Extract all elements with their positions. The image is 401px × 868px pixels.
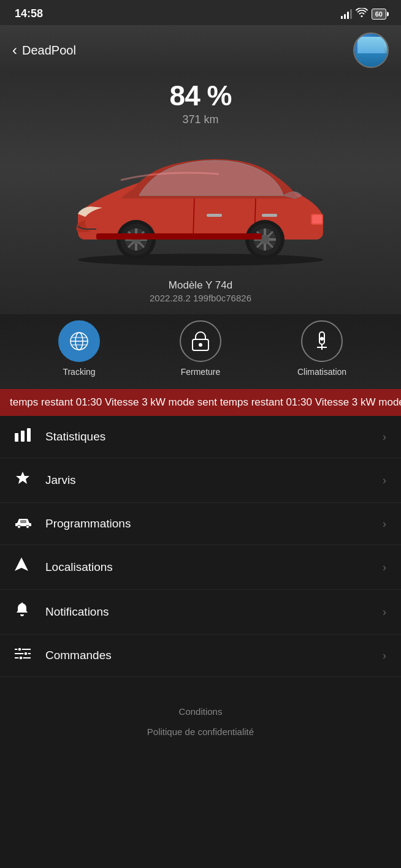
bar-chart-icon [15, 428, 36, 445]
menu-list: Statistiques › Jarvis › Programmations › [0, 416, 401, 689]
footer-links: Conditions Politique de confidentialité [0, 689, 401, 748]
menu-item-notifications[interactable]: Notifications › [0, 590, 401, 635]
action-buttons: Tracking Fermeture [0, 314, 401, 389]
climatisation-icon-circle [301, 320, 343, 362]
tracking-label: Tracking [63, 367, 95, 377]
menu-item-statistiques[interactable]: Statistiques › [0, 416, 401, 458]
car-firmware: 2022.28.2 199fb0c76826 [0, 293, 401, 303]
star-icon [15, 470, 36, 490]
back-chevron-icon: ‹ [12, 42, 17, 59]
avatar[interactable] [353, 32, 389, 68]
jarvis-chevron-icon: › [383, 474, 386, 487]
commandes-chevron-icon: › [383, 649, 386, 662]
svg-rect-4 [262, 214, 277, 217]
status-bar: 14:58 60 [0, 0, 401, 25]
fermeture-button[interactable]: Fermeture [167, 320, 234, 377]
menu-item-programmations[interactable]: Programmations › [0, 503, 401, 545]
car-icon [15, 515, 36, 532]
bell-icon [15, 602, 36, 622]
politique-link[interactable]: Politique de confidentialité [0, 722, 401, 742]
battery-icon: 60 [372, 9, 386, 20]
svg-rect-50 [20, 520, 26, 523]
statistiques-label: Statistiques [45, 430, 383, 443]
svg-point-48 [18, 526, 21, 529]
sliders-icon [15, 647, 36, 664]
car-model: Modèle Y 74d [0, 279, 401, 292]
conditions-link[interactable]: Conditions [0, 701, 401, 722]
back-button[interactable]: ‹ DeadPool [12, 42, 76, 59]
commandes-label: Commandes [45, 649, 383, 662]
header: ‹ DeadPool [0, 25, 401, 73]
charging-ticker-text: temps restant 01:30 Vitesse 3 kW mode se… [10, 396, 401, 409]
menu-item-localisations[interactable]: Localisations › [0, 545, 401, 590]
notifications-label: Notifications [45, 605, 383, 619]
battery-km: 371 km [0, 113, 401, 126]
fermeture-label: Fermeture [181, 367, 221, 377]
programmations-chevron-icon: › [383, 518, 386, 530]
hero-section: 84 % 371 km [0, 73, 401, 389]
svg-rect-45 [27, 428, 31, 442]
battery-percent: 84 % [0, 79, 401, 112]
svg-rect-6 [312, 215, 322, 224]
fermeture-icon-circle [180, 320, 221, 362]
svg-rect-31 [96, 233, 262, 240]
menu-item-commandes[interactable]: Commandes › [0, 635, 401, 677]
jarvis-label: Jarvis [45, 474, 383, 487]
avatar-image [354, 34, 388, 67]
location-icon [15, 557, 36, 577]
wifi-icon [356, 8, 368, 20]
svg-point-54 [18, 647, 21, 651]
status-time: 14:58 [15, 7, 43, 20]
charging-ticker: temps restant 01:30 Vitesse 3 kW mode se… [0, 389, 401, 416]
signal-icon [341, 9, 352, 19]
programmations-label: Programmations [45, 517, 383, 530]
status-icons: 60 [341, 8, 386, 20]
localisations-chevron-icon: › [383, 561, 386, 574]
localisations-label: Localisations [45, 560, 383, 574]
svg-marker-51 [15, 557, 28, 571]
svg-point-49 [26, 526, 29, 529]
car-name: DeadPool [22, 43, 76, 58]
svg-point-52 [21, 603, 23, 605]
svg-point-58 [19, 656, 23, 660]
svg-point-38 [199, 343, 202, 347]
svg-point-42 [320, 337, 324, 341]
car-info: Modèle Y 74d 2022.28.2 199fb0c76826 [0, 272, 401, 314]
svg-point-56 [24, 652, 28, 655]
svg-marker-46 [16, 472, 29, 484]
svg-rect-3 [207, 214, 222, 217]
climatisation-button[interactable]: Climatisation [288, 320, 356, 377]
climatisation-label: Climatisation [297, 367, 346, 377]
tracking-icon-circle [58, 320, 100, 362]
tracking-button[interactable]: Tracking [45, 320, 113, 377]
menu-item-jarvis[interactable]: Jarvis › [0, 458, 401, 503]
statistiques-chevron-icon: › [383, 431, 386, 443]
svg-rect-43 [15, 433, 18, 442]
svg-point-0 [78, 254, 323, 266]
svg-rect-44 [21, 431, 25, 442]
notifications-chevron-icon: › [383, 606, 386, 619]
car-image [0, 131, 401, 272]
